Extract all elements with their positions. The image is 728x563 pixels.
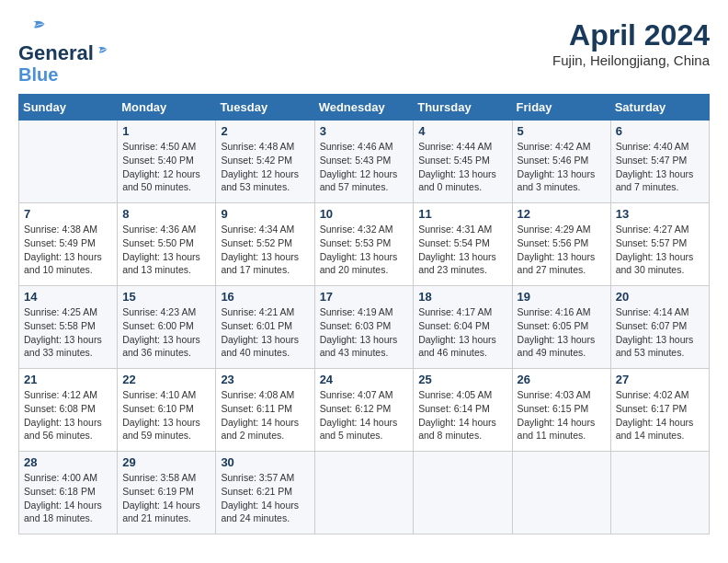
calendar-day-24: 24Sunrise: 4:07 AMSunset: 6:12 PMDayligh… [314,369,414,452]
day-number: 16 [221,290,309,304]
calendar-table: SundayMondayTuesdayWednesdayThursdayFrid… [18,94,710,534]
day-number: 29 [122,455,210,469]
day-number: 11 [418,207,506,221]
calendar-day-21: 21Sunrise: 4:12 AMSunset: 6:08 PMDayligh… [19,369,118,452]
weekday-header-tuesday: Tuesday [216,95,314,121]
calendar-day-9: 9Sunrise: 4:34 AMSunset: 5:52 PMDaylight… [216,203,314,286]
day-number: 4 [418,124,506,138]
logo-text-general: General [18,42,94,64]
day-number: 22 [122,373,210,386]
day-info: Sunrise: 4:36 AMSunset: 5:50 PMDaylight:… [122,223,210,277]
calendar-week-row: 7Sunrise: 4:38 AMSunset: 5:49 PMDaylight… [19,203,710,286]
calendar-week-row: 1Sunrise: 4:50 AMSunset: 5:40 PMDaylight… [19,121,710,203]
day-number: 20 [616,290,704,304]
day-info: Sunrise: 4:00 AMSunset: 6:18 PMDaylight:… [24,471,112,525]
header: General Blue April 2024 Fujin, Heilongji… [18,18,710,85]
day-info: Sunrise: 4:48 AMSunset: 5:42 PMDaylight:… [221,140,309,194]
calendar-day-17: 17Sunrise: 4:19 AMSunset: 6:03 PMDayligh… [314,286,414,369]
day-info: Sunrise: 4:19 AMSunset: 6:03 PMDaylight:… [320,305,409,360]
day-info: Sunrise: 4:23 AMSunset: 6:00 PMDaylight:… [122,305,210,360]
calendar-day-15: 15Sunrise: 4:23 AMSunset: 6:00 PMDayligh… [118,286,216,369]
calendar-day-7: 7Sunrise: 4:38 AMSunset: 5:49 PMDaylight… [19,203,118,286]
weekday-header-wednesday: Wednesday [314,95,414,121]
day-number: 5 [518,124,606,138]
calendar-day-2: 2Sunrise: 4:48 AMSunset: 5:42 PMDaylight… [216,121,314,203]
day-number: 10 [320,207,409,221]
day-info: Sunrise: 4:14 AMSunset: 6:07 PMDaylight:… [616,305,704,360]
day-info: Sunrise: 4:02 AMSunset: 6:17 PMDaylight:… [616,388,704,442]
calendar-day-14: 14Sunrise: 4:25 AMSunset: 5:58 PMDayligh… [19,286,118,369]
calendar-day-12: 12Sunrise: 4:29 AMSunset: 5:56 PMDayligh… [512,203,610,286]
day-info: Sunrise: 4:17 AMSunset: 6:04 PMDaylight:… [418,305,506,360]
weekday-header-sunday: Sunday [19,95,118,121]
day-info: Sunrise: 4:44 AMSunset: 5:45 PMDaylight:… [418,140,506,194]
calendar-day-5: 5Sunrise: 4:42 AMSunset: 5:46 PMDaylight… [512,121,610,203]
calendar-empty-cell [610,452,709,534]
day-number: 15 [122,290,210,304]
day-number: 21 [24,373,112,386]
day-number: 27 [616,373,704,386]
calendar-week-row: 14Sunrise: 4:25 AMSunset: 5:58 PMDayligh… [19,286,710,369]
day-info: Sunrise: 4:46 AMSunset: 5:43 PMDaylight:… [320,140,409,194]
calendar-week-row: 28Sunrise: 4:00 AMSunset: 6:18 PMDayligh… [19,452,710,534]
day-info: Sunrise: 4:10 AMSunset: 6:10 PMDaylight:… [122,388,210,442]
day-number: 7 [24,207,112,221]
calendar-day-28: 28Sunrise: 4:00 AMSunset: 6:18 PMDayligh… [19,452,118,534]
logo: General Blue [18,18,116,85]
day-info: Sunrise: 4:31 AMSunset: 5:54 PMDaylight:… [418,223,506,277]
logo-bird-icon [96,45,114,60]
weekday-header-friday: Friday [512,95,610,121]
day-info: Sunrise: 3:57 AMSunset: 6:21 PMDaylight:… [221,471,309,525]
title-area: April 2024 Fujin, Heilongjiang, China [552,18,710,68]
day-number: 26 [518,373,606,386]
page-subtitle: Fujin, Heilongjiang, China [552,52,710,68]
day-number: 3 [320,124,409,138]
day-number: 18 [418,290,506,304]
day-info: Sunrise: 4:27 AMSunset: 5:57 PMDaylight:… [616,223,704,277]
day-info: Sunrise: 4:08 AMSunset: 6:11 PMDaylight:… [221,388,309,442]
calendar-empty-cell [512,452,610,534]
calendar-day-25: 25Sunrise: 4:05 AMSunset: 6:14 PMDayligh… [414,369,512,452]
day-info: Sunrise: 4:42 AMSunset: 5:46 PMDaylight:… [518,140,606,194]
calendar-day-11: 11Sunrise: 4:31 AMSunset: 5:54 PMDayligh… [414,203,512,286]
weekday-header-thursday: Thursday [414,95,512,121]
day-info: Sunrise: 4:50 AMSunset: 5:40 PMDaylight:… [122,140,210,194]
logo-text-blue: Blue [18,64,58,85]
day-info: Sunrise: 3:58 AMSunset: 6:19 PMDaylight:… [122,471,210,525]
day-number: 19 [518,290,606,304]
calendar-day-30: 30Sunrise: 3:57 AMSunset: 6:21 PMDayligh… [216,452,314,534]
day-number: 30 [221,455,309,469]
calendar-day-3: 3Sunrise: 4:46 AMSunset: 5:43 PMDaylight… [314,121,414,203]
day-info: Sunrise: 4:05 AMSunset: 6:14 PMDaylight:… [418,388,506,442]
day-info: Sunrise: 4:12 AMSunset: 6:08 PMDaylight:… [24,388,112,442]
page-title: April 2024 [552,18,710,52]
day-info: Sunrise: 4:34 AMSunset: 5:52 PMDaylight:… [221,223,309,277]
day-number: 12 [518,207,606,221]
day-number: 23 [221,373,309,386]
day-info: Sunrise: 4:32 AMSunset: 5:53 PMDaylight:… [320,223,409,277]
calendar-day-29: 29Sunrise: 3:58 AMSunset: 6:19 PMDayligh… [118,452,216,534]
calendar-week-row: 21Sunrise: 4:12 AMSunset: 6:08 PMDayligh… [19,369,710,452]
weekday-header-row: SundayMondayTuesdayWednesdayThursdayFrid… [19,95,710,121]
calendar-day-13: 13Sunrise: 4:27 AMSunset: 5:57 PMDayligh… [610,203,709,286]
calendar-day-10: 10Sunrise: 4:32 AMSunset: 5:53 PMDayligh… [314,203,414,286]
day-number: 9 [221,207,309,221]
day-info: Sunrise: 4:16 AMSunset: 6:05 PMDaylight:… [518,305,606,360]
day-number: 13 [616,207,704,221]
day-number: 6 [616,124,704,138]
day-info: Sunrise: 4:21 AMSunset: 6:01 PMDaylight:… [221,305,309,360]
day-number: 1 [122,124,210,138]
day-number: 24 [320,373,409,386]
day-number: 28 [24,455,112,469]
day-number: 2 [221,124,309,138]
day-info: Sunrise: 4:29 AMSunset: 5:56 PMDaylight:… [518,223,606,277]
weekday-header-saturday: Saturday [610,95,709,121]
day-info: Sunrise: 4:03 AMSunset: 6:15 PMDaylight:… [518,388,606,442]
calendar-day-23: 23Sunrise: 4:08 AMSunset: 6:11 PMDayligh… [216,369,314,452]
calendar-day-26: 26Sunrise: 4:03 AMSunset: 6:15 PMDayligh… [512,369,610,452]
day-info: Sunrise: 4:40 AMSunset: 5:47 PMDaylight:… [616,140,704,194]
day-number: 17 [320,290,409,304]
day-info: Sunrise: 4:07 AMSunset: 6:12 PMDaylight:… [320,388,409,442]
calendar-day-27: 27Sunrise: 4:02 AMSunset: 6:17 PMDayligh… [610,369,709,452]
calendar-day-22: 22Sunrise: 4:10 AMSunset: 6:10 PMDayligh… [118,369,216,452]
